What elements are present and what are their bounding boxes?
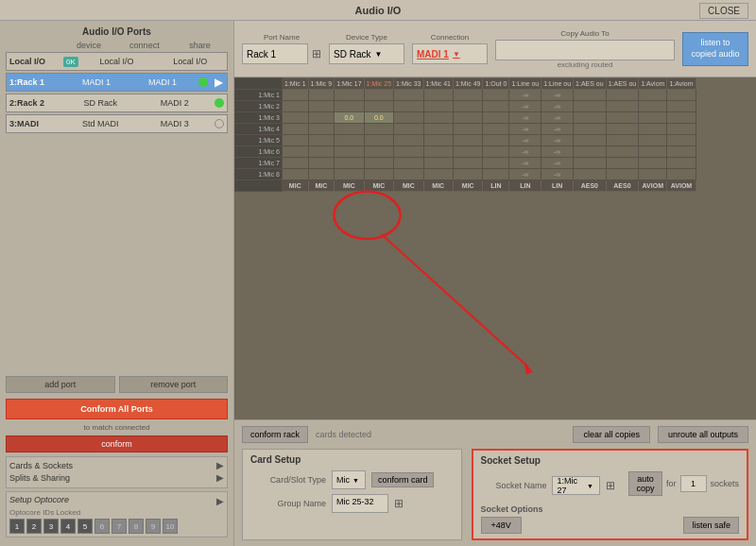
cell-6-0[interactable] <box>283 158 309 169</box>
cell-3-6[interactable] <box>454 124 483 135</box>
cell-6-13[interactable] <box>667 158 696 169</box>
cell-3-0[interactable] <box>283 124 309 135</box>
cell-6-6[interactable] <box>454 158 483 169</box>
cell-2-1[interactable] <box>308 112 335 124</box>
cell-1-7[interactable] <box>483 101 509 112</box>
cell-6-8[interactable]: -∞ <box>509 158 541 169</box>
cell-3-3[interactable] <box>364 124 393 135</box>
cards-sockets-row[interactable]: Cards & Sockets ▶ <box>9 460 224 470</box>
cell-2-10[interactable] <box>574 112 607 124</box>
cell-7-11[interactable] <box>606 169 639 180</box>
cell-2-4[interactable] <box>394 112 423 124</box>
card-slot-select[interactable]: Mic ▼ <box>332 470 366 489</box>
optocore-id-8[interactable]: 8 <box>129 519 144 534</box>
cell-2-0[interactable] <box>283 112 309 124</box>
sockets-count-input[interactable] <box>680 475 707 492</box>
cell-4-4[interactable] <box>394 135 423 146</box>
cell-0-5[interactable] <box>423 90 453 101</box>
cell-7-3[interactable] <box>364 169 393 180</box>
group-name-grid-icon[interactable]: ⊞ <box>394 497 404 510</box>
optocore-id-2[interactable]: 2 <box>26 519 42 534</box>
cell-1-11[interactable] <box>606 101 639 112</box>
cell-7-9[interactable]: -∞ <box>541 169 574 180</box>
cell-1-6[interactable] <box>454 101 483 112</box>
port-arrow-rack1[interactable]: ▶ <box>211 76 227 89</box>
cell-6-11[interactable] <box>606 158 639 169</box>
cell-1-9[interactable]: -∞ <box>541 101 574 112</box>
cell-4-0[interactable] <box>283 135 309 146</box>
unroute-button[interactable]: unroute all outputs <box>658 426 748 443</box>
cell-5-11[interactable] <box>606 146 639 158</box>
cell-0-6[interactable] <box>454 90 483 101</box>
cell-7-1[interactable] <box>308 169 335 180</box>
cell-5-5[interactable] <box>423 146 453 158</box>
matrix-scroll[interactable]: 1:Mic 1 1:Mic 9 1:Mic 17 1:Mic 25 1:Mic … <box>234 77 756 419</box>
cell-7-13[interactable] <box>667 169 696 180</box>
cell-5-6[interactable] <box>454 146 483 158</box>
cell-3-7[interactable] <box>483 124 509 135</box>
optocore-id-1[interactable]: 1 <box>9 519 25 534</box>
cell-2-8[interactable]: -∞ <box>509 112 541 124</box>
cell-3-13[interactable] <box>667 124 696 135</box>
close-button[interactable]: CLOSE <box>699 3 748 19</box>
cell-0-12[interactable] <box>639 90 667 101</box>
cell-0-8[interactable]: -∞ <box>509 90 541 101</box>
cell-5-10[interactable] <box>574 146 607 158</box>
cell-1-13[interactable] <box>667 101 696 112</box>
port-name-grid-icon[interactable]: ⊞ <box>312 47 321 60</box>
cell-7-0[interactable] <box>283 169 309 180</box>
cell-1-12[interactable] <box>639 101 667 112</box>
cell-2-11[interactable] <box>606 112 639 124</box>
cell-2-7[interactable] <box>483 112 509 124</box>
add-port-button[interactable]: add port <box>6 376 115 393</box>
port-row-local[interactable]: Local I/O 0K Local I/O Local I/O <box>6 52 228 71</box>
cell-1-5[interactable] <box>423 101 453 112</box>
cell-5-1[interactable] <box>308 146 335 158</box>
listen-copied-button[interactable]: listen tocopied audio <box>682 32 748 66</box>
listen-safe-button[interactable]: listen safe <box>683 517 739 534</box>
cell-4-11[interactable] <box>606 135 639 146</box>
cell-4-8[interactable]: -∞ <box>509 135 541 146</box>
cell-3-4[interactable] <box>394 124 423 135</box>
cell-4-5[interactable] <box>423 135 453 146</box>
copy-audio-select[interactable] <box>495 40 675 60</box>
cell-0-7[interactable] <box>483 90 509 101</box>
cell-0-2[interactable] <box>335 90 364 101</box>
remove-port-button[interactable]: remove port <box>119 376 229 393</box>
port-row-rack2[interactable]: 2:Rack 2 SD Rack MADI 2 <box>6 94 228 112</box>
cell-7-8[interactable]: -∞ <box>509 169 541 180</box>
port-row-madi[interactable]: 3:MADI Std MADI MADI 3 <box>6 114 228 133</box>
cell-1-1[interactable] <box>308 101 335 112</box>
conform-extra-button[interactable]: conform <box>6 435 228 452</box>
cell-0-9[interactable]: -∞ <box>541 90 574 101</box>
conform-rack-button[interactable]: conform rack <box>242 426 308 443</box>
port-row-rack1[interactable]: 1:Rack 1 MADI 1 MADI 1 ▶ <box>6 73 228 92</box>
optocore-id-5[interactable]: 5 <box>77 519 93 534</box>
cell-3-1[interactable] <box>308 124 335 135</box>
cell-6-7[interactable] <box>483 158 509 169</box>
cell-5-2[interactable] <box>335 146 364 158</box>
group-name-input[interactable]: Mic 25-32 <box>332 494 388 513</box>
cell-5-7[interactable] <box>483 146 509 158</box>
cell-0-13[interactable] <box>667 90 696 101</box>
cell-4-6[interactable] <box>454 135 483 146</box>
cell-7-12[interactable] <box>639 169 667 180</box>
device-type-select[interactable]: SD Rack ▼ <box>329 43 404 64</box>
cell-3-9[interactable]: -∞ <box>541 124 574 135</box>
cell-0-11[interactable] <box>606 90 639 101</box>
cell-2-2[interactable]: 0.0 <box>335 112 364 124</box>
optocore-id-4[interactable]: 4 <box>60 519 76 534</box>
port-name-select[interactable]: Rack 1 <box>242 43 308 64</box>
optocore-id-7[interactable]: 7 <box>112 519 127 534</box>
cell-0-1[interactable] <box>308 90 335 101</box>
cell-5-9[interactable]: -∞ <box>541 146 574 158</box>
optocore-id-10[interactable]: 10 <box>163 519 178 534</box>
cell-0-4[interactable] <box>394 90 423 101</box>
cell-5-8[interactable]: -∞ <box>509 146 541 158</box>
cell-4-10[interactable] <box>574 135 607 146</box>
cell-1-2[interactable] <box>335 101 364 112</box>
socket-name-select[interactable]: 1:Mic 27 ▼ <box>552 476 599 495</box>
cell-3-2[interactable] <box>335 124 364 135</box>
clear-copies-button[interactable]: clear all copies <box>573 426 650 443</box>
cell-4-1[interactable] <box>308 135 335 146</box>
